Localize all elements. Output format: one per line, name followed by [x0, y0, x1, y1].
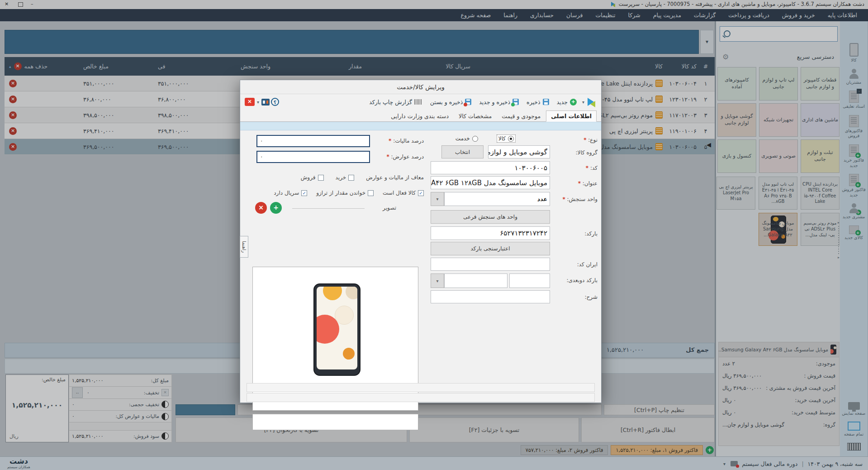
radio-selected-icon — [508, 136, 514, 142]
checkbox-icon — [368, 190, 374, 196]
dialog-footer-bar — [247, 383, 595, 392]
video-tutorial-icon[interactable] — [261, 99, 270, 106]
barcode2d-field-right[interactable] — [509, 273, 550, 288]
barcode2d-dropdown-button[interactable]: ▾ — [431, 273, 444, 288]
barcode-icon — [414, 99, 422, 105]
tab-ministry-category[interactable]: دسته بندی وزارت دارایی — [386, 111, 453, 121]
description-field[interactable] — [431, 290, 550, 303]
image-footer-strip — [252, 414, 418, 430]
type-radio-group: کالا خدمت — [455, 135, 515, 142]
title-label: عنوان: * — [545, 180, 598, 187]
save-and-close-button[interactable]: ذخیره و بستن — [427, 97, 474, 107]
irancode-label: ایران کد: — [545, 261, 598, 268]
chevron-down-icon[interactable]: ▾ — [581, 100, 585, 105]
new-button[interactable]: +جدید — [554, 97, 580, 107]
tax-percent-label: درصد مالیات: * — [374, 138, 424, 144]
code-field[interactable]: ۱۰۳۰۰۶۰۰۵ — [431, 161, 550, 174]
tax-exempt-label: معاف از مالیات و عوارض — [366, 174, 424, 181]
radio-service[interactable]: خدمت — [455, 135, 478, 142]
exempt-buy-checkbox[interactable]: خرید — [336, 174, 355, 181]
exempt-sell-checkbox[interactable]: فروش — [301, 174, 324, 181]
checkbox-icon — [348, 175, 354, 181]
image-delete-button[interactable]: × — [255, 202, 267, 214]
section-band — [240, 122, 601, 130]
dialog-footer-bar-2 — [247, 393, 595, 402]
radio-goods[interactable]: کالا — [497, 135, 515, 142]
plus-icon: + — [570, 99, 577, 106]
chevron-down-icon[interactable]: ▾ — [256, 100, 260, 105]
dialog-toolbar: ▾ +جدید ذخیره ذخیره و جدید ذخیره و بستن … — [240, 94, 601, 110]
duty-percent-input[interactable]: ۰ — [256, 151, 370, 163]
checkbox-checked-icon: ✓ — [301, 190, 307, 196]
dialog-title: ویرایش کالا/خدمت — [240, 80, 601, 94]
barcode-label: بارکد: — [545, 230, 598, 237]
save-close-icon — [465, 99, 471, 105]
unit-combobox[interactable]: عدد — [444, 192, 550, 206]
tax-exempt-row: معاف از مالیات و عوارض خرید فروش — [253, 174, 424, 181]
group-label: گروه کالا: — [545, 149, 598, 156]
title-field[interactable]: موبایل سامسونگ مدل A۴۲ ۶GB ۱۲۸GB — [431, 176, 550, 189]
radio-icon — [472, 136, 478, 142]
sub-units-button[interactable]: واحد های سنجش فرعی — [431, 210, 550, 224]
tax-percent-input[interactable]: ۰ — [256, 135, 370, 147]
image-divider — [292, 208, 365, 209]
save-button[interactable]: ذخیره — [523, 97, 552, 107]
barcode-validate-button[interactable]: اعتبارسنجی بارکد — [431, 242, 550, 255]
help-icon[interactable]: ؟ — [271, 98, 279, 106]
help-side-tab[interactable]: راهنما — [240, 236, 248, 258]
unit-dropdown-button[interactable]: ▾ — [431, 192, 444, 206]
scale-read-checkbox[interactable]: خواندن مقدار از ترازو — [316, 190, 374, 196]
flags-row: ✓کالا فعال است خواندن مقدار از ترازو ✓سر… — [253, 190, 424, 196]
tab-specs[interactable]: مشخصات کالا — [454, 111, 496, 121]
active-checkbox[interactable]: ✓کالا فعال است — [383, 190, 424, 196]
image-add-button[interactable]: + — [270, 202, 282, 214]
dialog-close-button[interactable]: × — [245, 98, 255, 106]
hamkaran-logo-icon — [587, 97, 597, 107]
barcode-field[interactable]: ۶۵۲۷۱۳۲۳۱۷۲۴۲ — [431, 226, 550, 240]
group-field[interactable]: گوشی موبایل و لوازم — [488, 145, 550, 158]
barcode-print-report-button[interactable]: گزارش چاپ بارکد — [366, 97, 426, 107]
dialog-tabs: اطلاعات اصلی موجودی و قیمت مشخصات کالا د… — [240, 110, 601, 122]
checkbox-icon — [318, 175, 324, 181]
group-select-button[interactable]: انتخاب — [441, 145, 484, 158]
tab-stock-price[interactable]: موجودی و قیمت — [497, 111, 545, 121]
edit-product-dialog: ویرایش کالا/خدمت ▾ +جدید ذخیره ذخیره و ج… — [240, 80, 602, 403]
tab-main-info[interactable]: اطلاعات اصلی — [546, 110, 597, 122]
save-and-new-button[interactable]: ذخیره و جدید — [476, 97, 522, 107]
description-label: شرح: — [545, 294, 598, 300]
barcode2d-label: بارکد دوبعدی: — [545, 277, 598, 283]
unit-label: واحد سنجش: * — [545, 196, 598, 202]
has-serial-checkbox[interactable]: ✓سریال دارد — [274, 190, 307, 196]
duty-percent-label: درصد عوارض: * — [374, 153, 424, 160]
save-new-icon — [512, 99, 519, 105]
type-label: نوع: * — [545, 137, 598, 143]
save-icon — [543, 99, 549, 105]
barcode2d-field-left[interactable] — [444, 273, 508, 288]
product-phone-image — [313, 283, 360, 376]
code-label: کد: * — [545, 165, 598, 171]
app-window: × – دشت همکاران سیستم 3.6.7 - کامپیوتر، … — [0, 0, 868, 470]
checkbox-checked-icon: ✓ — [418, 190, 424, 196]
irancode-field[interactable] — [431, 258, 550, 271]
image-label: تصویر — [369, 205, 396, 211]
